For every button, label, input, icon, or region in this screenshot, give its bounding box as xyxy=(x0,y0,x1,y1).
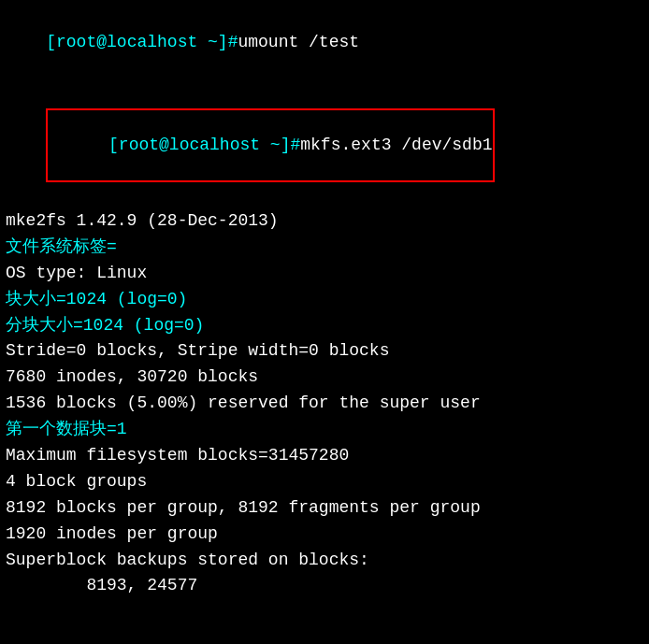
line-umount: [root@localhost ~]#umount /test xyxy=(6,4,643,82)
prompt-2: [root@localhost ~]# xyxy=(108,136,300,154)
line-frag-size: 分块大小=1024 (log=0) xyxy=(6,313,643,339)
line-stride: Stride=0 blocks, Stripe width=0 blocks xyxy=(6,338,643,365)
line-fs-label: 文件系统标签= xyxy=(6,235,643,261)
cmd-mkfs: mkfs.ext3 /dev/sdb1 xyxy=(300,136,492,154)
line-inodes-per-group: 1920 inodes per group xyxy=(6,522,643,548)
highlighted-command-box: [root@localhost ~]#mkfs.ext3 /dev/sdb1 xyxy=(46,108,494,183)
line-mke2fs: mke2fs 1.42.9 (28-Dec-2013) xyxy=(6,208,643,235)
line-inodes-blocks: 7680 inodes, 30720 blocks xyxy=(6,365,643,391)
cmd-umount: umount /test xyxy=(238,33,359,51)
line-superblock-backups: Superblock backups stored on blocks: xyxy=(6,548,643,574)
prompt-1: [root@localhost ~]# xyxy=(46,33,238,51)
line-block-size: 块大小=1024 (log=0) xyxy=(6,287,643,313)
line-first-block: 第一个数据块=1 xyxy=(6,417,643,443)
line-block-groups: 4 block groups xyxy=(6,469,643,495)
line-allocating: Allocating group tables: 完成 xyxy=(6,625,643,644)
line-mkfs: [root@localhost ~]#mkfs.ext3 /dev/sdb1 xyxy=(6,82,643,208)
line-blank-1 xyxy=(6,599,643,625)
line-max-fs-blocks: Maximum filesystem blocks=31457280 xyxy=(6,443,643,469)
terminal-window: [root@localhost ~]#umount /test [root@lo… xyxy=(0,0,649,644)
line-reserved: 1536 blocks (5.00%) reserved for the sup… xyxy=(6,391,643,417)
line-backup-blocks: 8193, 24577 xyxy=(6,573,643,599)
line-os-type: OS type: Linux xyxy=(6,261,643,287)
line-blocks-per-group: 8192 blocks per group, 8192 fragments pe… xyxy=(6,495,643,522)
